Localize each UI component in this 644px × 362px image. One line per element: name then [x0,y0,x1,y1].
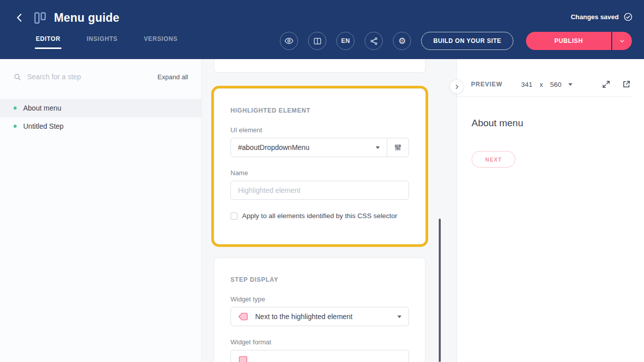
preview-header: PREVIEW 341 x 560 [457,59,631,97]
preview-size-select[interactable]: 341 x 560 [521,81,572,88]
step-item-about-menu[interactable]: About menu [0,99,201,117]
step-dot-icon [14,125,17,128]
chevron-down-icon [376,146,380,149]
layout-button[interactable] [308,32,326,50]
apply-all-checkbox[interactable] [230,213,238,220]
preview-step-heading: About menu [472,118,644,129]
collapse-preview-button[interactable] [449,79,464,94]
preview-width-value: 341 [521,81,533,88]
changes-saved-status: Changes saved [571,12,633,22]
step-editor-panel: HIGHLIGHTED ELEMENT UI element #aboutDro… [202,59,456,362]
ui-element-select[interactable]: #aboutDropdownMenu [231,138,387,157]
step-search-row: Expand all [0,59,201,94]
chevron-down-icon [568,83,572,86]
tooltip-widget-icon [238,312,248,322]
name-label: Name [230,169,409,177]
search-icon [13,73,22,81]
build-on-your-site-button[interactable]: BUILD ON YOUR SITE [421,32,513,50]
highlighted-element-name-input[interactable] [230,181,409,200]
widget-type-label: Widget type [230,295,409,303]
preview-eye-button[interactable] [280,32,298,50]
ui-element-label: UI element [230,126,409,134]
expand-icon [602,80,611,89]
editor-scrollbar[interactable] [439,219,441,362]
section-title: STEP DISPLAY [230,276,409,283]
expand-all-link[interactable]: Expand all [157,73,188,81]
preview-height-value: 560 [550,81,562,88]
step-item-label: Untitled Step [23,122,64,130]
widget-type-value: Next to the highlighted element [255,313,353,321]
chevron-left-icon [15,13,25,23]
preview-body: About menu NEXT [457,97,644,168]
tab-versions[interactable]: VERSIONS [144,35,178,49]
page-title: Menu guide [54,11,120,25]
layout-icon [313,37,322,45]
preview-header-icons [602,80,631,89]
apply-all-row: Apply to all elements identified by this… [230,212,409,220]
widget-format-label: Widget format [230,338,409,346]
chevron-down-icon [397,316,401,318]
ui-element-select-group: #aboutDropdownMenu [230,138,409,157]
app-logo-icon [33,11,47,25]
preview-title: PREVIEW [471,81,502,88]
steps-sidebar: Expand all About menu Untitled Step [0,59,202,362]
step-item-untitled-step[interactable]: Untitled Step [0,117,201,135]
step-item-label: About menu [23,104,62,112]
changes-saved-label: Changes saved [571,13,619,21]
selector-settings-button[interactable] [387,138,408,157]
publish-dropdown-button[interactable] [612,32,632,50]
top-bar: Menu guide Changes saved EDITOR INSIGHTS… [0,0,644,59]
sliders-icon [393,143,402,152]
publish-split-button: PUBLISH [526,32,632,50]
tab-insights[interactable]: INSIGHTS [87,35,118,49]
widget-type-select[interactable]: Next to the highlighted element [230,307,409,326]
widget-type-select-main: Next to the highlighted element [231,307,408,326]
gear-icon: ⚙ [398,37,406,45]
widget-format-select-main [231,350,408,362]
publish-button[interactable]: PUBLISH [526,32,611,50]
steps-list: About menu Untitled Step [0,99,201,135]
ui-element-value: #aboutDropdownMenu [238,143,310,151]
step-display-card: STEP DISPLAY Widget type Next to the hig… [214,257,426,362]
apply-all-label: Apply to all elements identified by this… [242,212,397,220]
section-title: HIGHLIGHTED ELEMENT [230,107,409,114]
preview-panel: PREVIEW 341 x 560 About menu NEXT [456,59,644,362]
preview-next-button[interactable]: NEXT [472,151,515,168]
check-circle-icon [623,12,633,22]
header-tabs: EDITOR INSIGHTS VERSIONS [36,35,178,49]
language-button[interactable]: EN [336,32,355,50]
share-icon [370,37,378,45]
external-link-icon [622,80,631,89]
chevron-down-icon [619,38,625,44]
card-partial-top [214,59,426,73]
step-dot-icon [14,107,17,110]
tab-editor[interactable]: EDITOR [36,35,61,49]
back-button[interactable] [13,11,26,24]
settings-button[interactable]: ⚙ [393,32,411,50]
highlighted-element-card: HIGHLIGHTED ELEMENT UI element #aboutDro… [214,88,426,244]
share-button[interactable] [365,32,383,50]
step-search-input[interactable] [27,73,152,81]
header-actions: EN ⚙ BUILD ON YOUR SITE PUBLISH [280,32,632,50]
chevron-right-icon [454,84,460,90]
language-badge: EN [341,37,350,44]
preview-size-separator: x [540,81,543,88]
widget-format-select[interactable] [230,350,409,362]
header-left-group: Menu guide [13,8,120,27]
widget-format-icon [238,354,248,362]
eye-icon [284,36,294,45]
expand-preview-button[interactable] [602,80,611,89]
open-in-new-tab-button[interactable] [622,80,631,89]
